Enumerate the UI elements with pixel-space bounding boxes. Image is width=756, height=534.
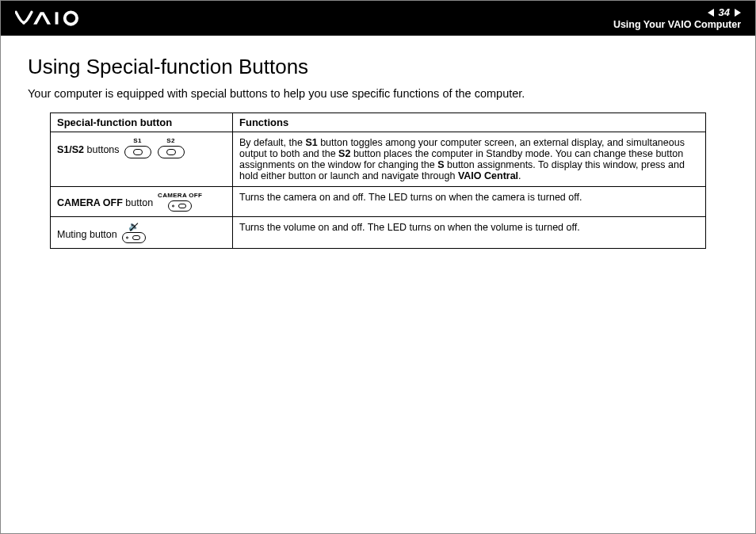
camera-off-caption: CAMERA OFF [158,192,202,199]
table-row: S1/S2 buttons S1 S2 [51,132,706,187]
table-header-functions: Functions [233,113,706,132]
table-header-button: Special-function button [51,113,233,132]
header-bar: 34 Using Your VAIO Computer [1,1,755,36]
s1s2-function: By default, the S1 button toggles among … [233,132,706,187]
page-content: Using Special-function Buttons Your comp… [1,36,755,249]
camera-off-function: Turns the camera on and off. The LED tur… [233,187,706,217]
camera-off-button-icon [168,200,192,212]
s1s2-label: S1/S2 buttons [57,144,120,158]
muting-function: Turns the volume on and off. The LED tur… [233,217,706,249]
table-row: CAMERA OFF button CAMERA OFF Turns the c… [51,187,706,217]
special-function-table: Special-function button Functions S1/S2 … [50,113,706,249]
header-right: 34 Using Your VAIO Computer [613,6,741,30]
s2-button-icon [158,146,185,158]
page-number: 34 [719,6,730,18]
muting-label: Muting button [57,229,117,243]
svg-rect-0 [55,12,59,24]
page-title: Using Special-function Buttons [28,55,728,79]
section-label: Using Your VAIO Computer [613,19,741,30]
svg-point-1 [65,12,77,24]
next-page-icon[interactable] [735,9,741,17]
page-intro: Your computer is equipped with special b… [28,87,728,100]
s2-caption: S2 [166,137,174,144]
table-row: Muting button 🔈 Turns the volume on and … [51,217,706,249]
prev-page-icon[interactable] [708,9,714,17]
mute-icon: 🔈 [128,222,139,231]
s1-caption: S1 [133,137,141,144]
s1-button-icon [124,146,151,158]
camera-off-label: CAMERA OFF button [57,197,153,212]
muting-button-icon [122,232,146,243]
s1s2-button-icons: S1 S2 [124,137,185,158]
vaio-logo [15,1,94,36]
page-navigator: 34 [708,6,741,18]
